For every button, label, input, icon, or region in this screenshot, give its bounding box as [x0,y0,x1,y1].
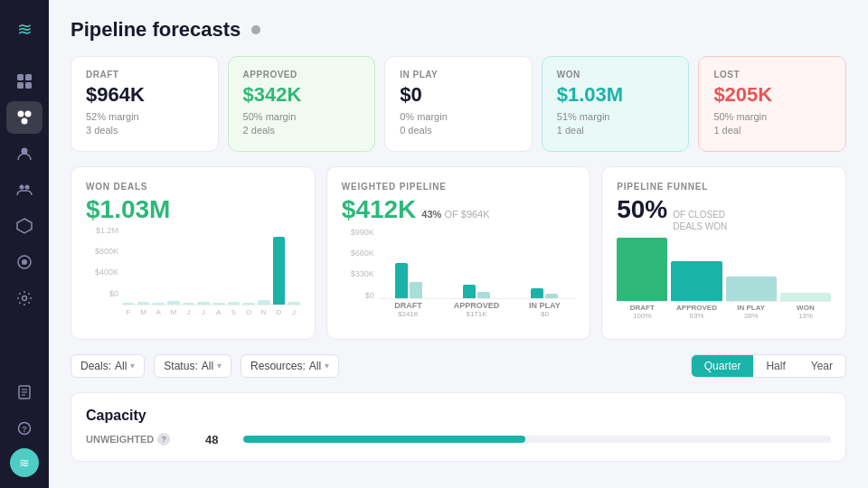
y-label-1: $0 [86,289,118,298]
won-bar-col-6 [212,226,225,305]
pf-xlabel-3: WON13% [780,304,831,320]
pf-pct: 50% [617,195,667,224]
svg-point-6 [22,118,28,125]
capacity-label: UNWEIGHTED ? [86,433,194,446]
won-xlabel-3: M [167,308,180,316]
card-won-value: $1.03M [557,83,675,107]
won-bar-col-5 [197,226,210,305]
pf-bar-3 [780,293,831,301]
sidebar-item-help[interactable]: ? [6,412,42,445]
sidebar-item-pipeline[interactable] [6,101,42,134]
period-selector: Quarter Half Year [691,354,846,378]
wp-group-0 [378,228,439,298]
wp-bars [378,228,575,299]
wp-bar-1-1 [477,292,490,298]
deals-filter[interactable]: Deals: All ▾ [71,354,145,378]
wp-bar-0-1 [410,282,422,298]
pipeline-funnel-panel: PIPELINE FUNNEL 50% OF CLOSED DEALS WON … [601,166,846,340]
sidebar: ≋ ? ≋ [0,0,49,488]
capacity-bar [243,436,831,443]
period-half-button[interactable]: Half [753,355,797,377]
card-approved-label: APPROVED [243,70,361,80]
won-bar-col-0 [122,226,135,305]
capacity-bar-fill [243,436,525,443]
capacity-info-icon[interactable]: ? [157,433,170,446]
wp-value: $412K [342,195,417,224]
card-inplay-label: IN PLAY [400,70,517,80]
pf-bar-1 [671,261,722,301]
won-bar-col-3 [167,226,180,305]
won-deals-panel: WON DEALS $1.03M $1.2M $800K $400K $0 FM… [71,166,316,340]
wp-group-2 [514,228,575,298]
pf-bar-2 [726,277,777,301]
svg-rect-1 [25,74,32,80]
wp-y1: $0 [342,291,374,300]
sidebar-item-team[interactable] [6,174,42,206]
won-deals-bars [122,226,300,305]
user-avatar[interactable]: ≋ [10,448,39,477]
card-approved-meta: 50% margin 2 deals [243,110,361,138]
y-label-2: $400K [86,267,118,277]
deals-dropdown-icon: ▾ [130,361,135,371]
pf-bar-0 [617,238,667,301]
y-label-3: $800K [86,247,118,256]
won-deals-value: $1.03M [86,195,300,224]
sidebar-item-insights[interactable] [6,246,42,278]
card-lost-value: $205K [713,83,831,107]
resources-filter-value: All [309,360,321,372]
wp-label: WEIGHTED PIPELINE [342,182,575,192]
card-in-play: IN PLAY $0 0% margin 0 deals [384,56,533,152]
wp-group-1 [446,228,506,298]
wp-bars-wrap: DRAFT$241KAPPROVED$171KIN PLAY$0 [378,228,575,318]
sidebar-item-contacts[interactable] [6,137,42,170]
sidebar-item-dashboard[interactable] [6,65,42,98]
sidebar-item-settings[interactable] [6,282,42,314]
period-quarter-button[interactable]: Quarter [692,355,754,377]
won-bar-col-2 [152,226,165,305]
period-year-button[interactable]: Year [798,355,845,377]
won-bar-9 [258,300,270,305]
weighted-pipeline-panel: WEIGHTED PIPELINE $412K 43% OF $964K $99… [326,166,590,340]
won-bar-5 [197,302,210,305]
resources-filter[interactable]: Resources: All ▾ [241,354,339,378]
page-title: Pipeline forecasts [71,18,241,42]
card-lost-meta: 50% margin 1 deal [713,110,831,138]
sidebar-item-products[interactable] [6,210,42,242]
won-xlabel-0: F [122,308,135,316]
pf-bars [617,234,831,302]
card-approved: APPROVED $342K 50% margin 2 deals [228,56,376,152]
won-bar-8 [242,303,255,305]
capacity-title: Capacity [86,408,831,424]
won-deals-y-axis: $1.2M $800K $400K $0 [86,226,118,298]
card-won-label: WON [557,70,675,80]
won-bar-col-7 [228,226,241,305]
status-filter-label: Status: [164,360,197,372]
svg-point-8 [20,185,24,190]
pf-xlabel-0: DRAFT100% [617,304,667,320]
card-draft-meta: 52% margin 3 deals [86,110,203,138]
summary-cards: DRAFT $964K 52% margin 3 deals APPROVED … [71,56,846,152]
pf-chart: DRAFT100%APPROVED63%IN PLAY38%WON13% [617,234,831,324]
svg-rect-0 [17,74,24,80]
wp-bar-2-1 [545,294,558,298]
status-filter[interactable]: Status: All ▾ [154,354,231,378]
won-bar-col-10 [273,226,286,305]
sidebar-item-reports[interactable] [6,376,42,408]
svg-point-4 [18,111,24,117]
svg-point-12 [23,296,27,301]
pf-xlabel-2: IN PLAY38% [726,304,777,320]
wp-y2: $330K [342,269,374,278]
won-xlabel-1: M [137,308,150,316]
won-bar-col-1 [137,226,150,305]
won-deals-chart: $1.2M $800K $400K $0 FMAMJJASONDJ [86,226,300,316]
won-bar-3 [167,301,180,305]
status-filter-value: All [202,360,213,372]
card-draft-value: $964K [86,83,203,107]
pf-col-3 [780,234,831,301]
wp-chart: $990K $660K $330K $0 DRAFT$241KAPPROVED$… [342,228,575,318]
resources-dropdown-icon: ▾ [325,361,329,371]
card-inplay-value: $0 [400,83,517,107]
wp-x-labels: DRAFT$241KAPPROVED$171KIN PLAY$0 [378,301,575,318]
capacity-number: 48 [205,433,232,446]
won-bar-10 [273,237,286,305]
